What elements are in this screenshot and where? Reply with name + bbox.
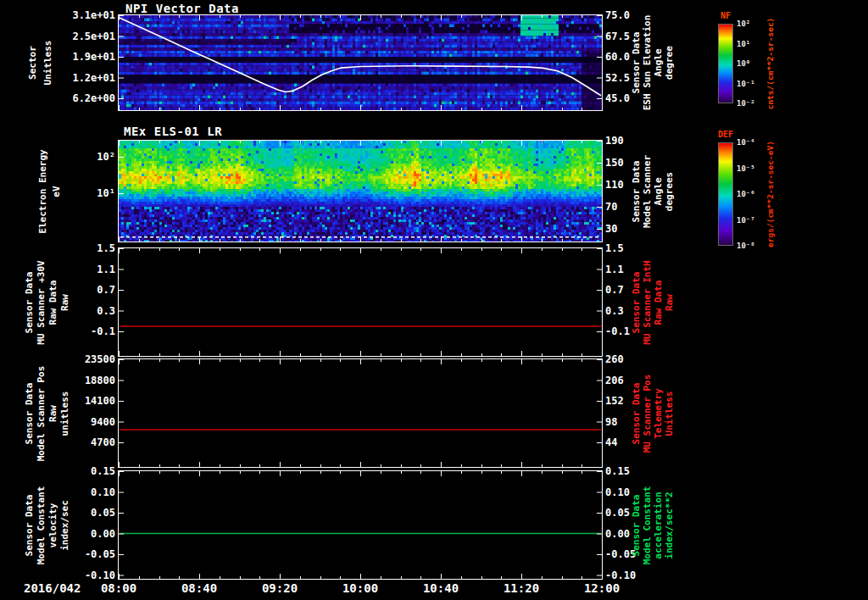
- plot-area-npi: [118, 14, 603, 111]
- right-axis-title-line: ESH Sun Elevation: [642, 15, 653, 111]
- right-axis-tick-label: 190: [605, 136, 624, 146]
- x-axis-tick-label: 08:00: [101, 581, 136, 595]
- right-axis-title-line: Sensor Data: [631, 494, 642, 556]
- right-axis-title-line: degree: [664, 46, 675, 80]
- right-axis-title-line: Raw Data: [653, 280, 664, 325]
- colorbar-nf-tick-label: 10¹: [737, 40, 750, 48]
- y-axis-title-line: Model Scanner Pos: [36, 365, 47, 461]
- y-axis-title-line: eV: [51, 186, 62, 197]
- right-axis-title-line: Angle: [653, 48, 664, 76]
- y-axis-tick-label: 23500: [85, 354, 115, 364]
- y-axis-tick-label: 0.7: [97, 285, 115, 295]
- colorbar-def-tick-label: 10⁻⁶: [737, 190, 755, 198]
- x-axis-tick-label: 12:00: [584, 581, 620, 595]
- y-axis-tick-label: 2.5e+01: [72, 31, 115, 42]
- y-axis-tick-label: 6.2e+00: [72, 93, 115, 103]
- right-axis-title-line: Sensor Data: [631, 271, 642, 333]
- right-axis-tick-label: 150: [605, 158, 624, 168]
- p3-plot-canvas: [119, 248, 602, 356]
- els-plot-canvas: [119, 141, 602, 242]
- y-axis-title-line: MU Scanner +30V: [36, 260, 47, 344]
- y-axis-tick-label: 0.3: [97, 306, 115, 316]
- right-axis-tick-label: 1.1: [605, 264, 624, 275]
- right-axis-tick-label: 0.00: [605, 529, 630, 539]
- plot-area-p4: [118, 358, 603, 468]
- y-axis-tick-label: 14100: [85, 396, 115, 406]
- x-axis-tick-label: 11:20: [504, 581, 539, 595]
- y-axis-tick-label: 0.15: [91, 466, 115, 476]
- y-axis-tick-label: 0.05: [91, 508, 115, 518]
- right-axis-tick-label: -0.1: [605, 326, 630, 336]
- y-axis-title-line: Raw: [47, 405, 58, 422]
- right-axis-tick-label: 44: [605, 437, 617, 447]
- y-axis-title-line: Sensor Data: [24, 382, 35, 444]
- right-axis-title-line: Sensor Data: [631, 382, 642, 444]
- y-axis-tick-label: 0.10: [91, 487, 115, 497]
- y-axis-tick-label: 18800: [85, 375, 115, 386]
- right-axis-title-line: Telemetry: [653, 388, 664, 439]
- right-axis-tick-label: 67.5: [605, 31, 630, 42]
- right-axis-tick-label: 206: [605, 375, 624, 386]
- right-axis-tick-label: -0.10: [605, 570, 636, 581]
- y-axis-tick-label: 3.1e+01: [72, 10, 115, 20]
- right-axis-title-line: degrees: [664, 171, 675, 210]
- right-axis-title-line: Model Constant: [642, 486, 653, 564]
- right-axis-title-line: MU Scanner Pos: [642, 374, 653, 453]
- y-axis-tick-label: -0.10: [85, 570, 115, 581]
- right-axis-tick-label: 0.15: [605, 466, 630, 476]
- colorbar-def-tick-label: 10⁻⁵: [737, 164, 755, 173]
- npi-plot-canvas: [119, 15, 602, 110]
- colorbar-def: [718, 142, 733, 246]
- y-axis-title-line: Sector: [27, 46, 38, 80]
- colorbar-nf-label: NF: [711, 11, 740, 20]
- plot-area-p3: [118, 247, 603, 357]
- right-axis-tick-label: 0.3: [605, 306, 624, 316]
- x-axis-tick-label: 10:00: [342, 581, 378, 595]
- right-axis-tick-label: 75.0: [605, 10, 630, 20]
- x-axis-tick-label: 09:20: [262, 581, 298, 595]
- y-axis-tick-label: 1.2e+01: [72, 73, 115, 83]
- right-axis-title-line: Sensor Data: [631, 32, 642, 94]
- y-axis-tick-label: 1.1: [97, 264, 115, 275]
- y-axis-title-line: Model Constant: [36, 486, 47, 564]
- colorbar-def-tick-label: 10⁻⁷: [737, 216, 755, 225]
- right-axis-tick-label: 260: [605, 354, 624, 364]
- x-axis-tick-label: 08:40: [181, 581, 217, 595]
- y-axis-title-line: Unitless: [42, 41, 53, 86]
- right-axis-tick-label: 30: [605, 224, 617, 234]
- colorbar-def-tick-label: 10⁻⁸: [737, 242, 755, 250]
- right-axis-tick-label: 1.5: [605, 243, 624, 253]
- science-plot-screen: NPI Vector Data MEx ELS-01 LR 2016/042 S…: [0, 0, 868, 600]
- y-axis-tick-label: 0.00: [91, 529, 115, 539]
- colorbar-nf-tick-label: 10²: [737, 19, 750, 28]
- y-axis-tick-label: 10¹: [97, 188, 115, 198]
- right-axis-title-line: MU Scanner IntH: [642, 260, 653, 344]
- y-axis-tick-label: 10²: [97, 152, 115, 162]
- y-axis-tick-label: 9400: [91, 417, 115, 427]
- right-axis-title-line: index/sec**2: [664, 492, 675, 558]
- y-axis-title-line: unitless: [59, 391, 70, 436]
- right-axis-tick-label: 110: [605, 180, 624, 190]
- right-axis-tick-label: 0.10: [605, 487, 630, 497]
- right-axis-tick-label: 152: [605, 396, 624, 406]
- y-axis-title-line: Electron Energy: [37, 149, 48, 233]
- y-axis-title-line: velocity: [47, 503, 58, 547]
- right-axis-tick-label: 45.0: [605, 93, 630, 103]
- p5-plot-canvas: [119, 471, 602, 579]
- right-axis-tick-label: 52.5: [605, 73, 630, 83]
- p4-plot-canvas: [119, 359, 602, 467]
- right-axis-tick-label: 0.05: [605, 508, 630, 518]
- y-axis-tick-label: 4700: [91, 437, 115, 447]
- y-axis-tick-label: -0.05: [85, 549, 115, 559]
- panel-npi-title: NPI Vector Data: [125, 2, 239, 15]
- colorbar-nf-tick-label: 10⁻²: [737, 99, 755, 108]
- right-axis-title-line: Unitless: [664, 391, 675, 436]
- right-axis-title-line: Angle: [653, 177, 664, 205]
- x-axis-tick-label: 10:40: [423, 581, 459, 595]
- right-axis-title-line: Model Scanner: [642, 154, 653, 227]
- y-axis-title-line: Raw: [59, 294, 70, 311]
- colorbar-nf-unit-label: cnts/(cm**2-sr-sec): [765, 18, 775, 110]
- colorbar-def-tick-label: 10⁻⁴: [737, 138, 755, 147]
- right-axis-title-line: acceleration: [653, 492, 664, 558]
- colorbar-nf-tick-label: 10⁻¹: [737, 80, 755, 88]
